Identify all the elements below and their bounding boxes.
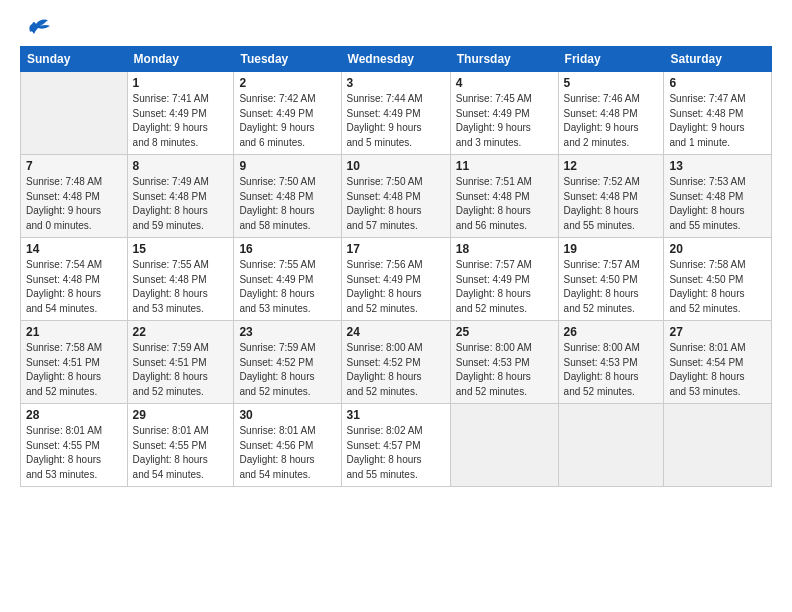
day-number: 14 — [26, 242, 122, 256]
day-info: Sunrise: 7:48 AM Sunset: 4:48 PM Dayligh… — [26, 175, 122, 233]
calendar-week-row: 1Sunrise: 7:41 AM Sunset: 4:49 PM Daylig… — [21, 72, 772, 155]
day-info: Sunrise: 7:59 AM Sunset: 4:52 PM Dayligh… — [239, 341, 335, 399]
calendar-cell: 6Sunrise: 7:47 AM Sunset: 4:48 PM Daylig… — [664, 72, 772, 155]
day-number: 27 — [669, 325, 766, 339]
day-info: Sunrise: 7:53 AM Sunset: 4:48 PM Dayligh… — [669, 175, 766, 233]
day-info: Sunrise: 7:49 AM Sunset: 4:48 PM Dayligh… — [133, 175, 229, 233]
day-number: 5 — [564, 76, 659, 90]
day-info: Sunrise: 7:44 AM Sunset: 4:49 PM Dayligh… — [347, 92, 445, 150]
day-number: 28 — [26, 408, 122, 422]
calendar-cell: 13Sunrise: 7:53 AM Sunset: 4:48 PM Dayli… — [664, 155, 772, 238]
calendar-cell: 20Sunrise: 7:58 AM Sunset: 4:50 PM Dayli… — [664, 238, 772, 321]
day-info: Sunrise: 7:51 AM Sunset: 4:48 PM Dayligh… — [456, 175, 553, 233]
col-tuesday: Tuesday — [234, 47, 341, 72]
day-info: Sunrise: 7:54 AM Sunset: 4:48 PM Dayligh… — [26, 258, 122, 316]
day-number: 20 — [669, 242, 766, 256]
calendar-cell — [664, 404, 772, 487]
day-number: 13 — [669, 159, 766, 173]
calendar-header-row: Sunday Monday Tuesday Wednesday Thursday… — [21, 47, 772, 72]
calendar-week-row: 14Sunrise: 7:54 AM Sunset: 4:48 PM Dayli… — [21, 238, 772, 321]
col-monday: Monday — [127, 47, 234, 72]
logo — [20, 16, 52, 34]
day-number: 18 — [456, 242, 553, 256]
day-info: Sunrise: 7:50 AM Sunset: 4:48 PM Dayligh… — [347, 175, 445, 233]
page: Sunday Monday Tuesday Wednesday Thursday… — [0, 0, 792, 612]
day-number: 21 — [26, 325, 122, 339]
day-info: Sunrise: 7:52 AM Sunset: 4:48 PM Dayligh… — [564, 175, 659, 233]
logo-bird-icon — [22, 16, 52, 38]
calendar-cell: 26Sunrise: 8:00 AM Sunset: 4:53 PM Dayli… — [558, 321, 664, 404]
day-number: 7 — [26, 159, 122, 173]
day-info: Sunrise: 7:50 AM Sunset: 4:48 PM Dayligh… — [239, 175, 335, 233]
day-info: Sunrise: 8:01 AM Sunset: 4:56 PM Dayligh… — [239, 424, 335, 482]
day-info: Sunrise: 7:46 AM Sunset: 4:48 PM Dayligh… — [564, 92, 659, 150]
day-number: 15 — [133, 242, 229, 256]
day-info: Sunrise: 7:45 AM Sunset: 4:49 PM Dayligh… — [456, 92, 553, 150]
day-info: Sunrise: 7:41 AM Sunset: 4:49 PM Dayligh… — [133, 92, 229, 150]
col-friday: Friday — [558, 47, 664, 72]
calendar-cell: 8Sunrise: 7:49 AM Sunset: 4:48 PM Daylig… — [127, 155, 234, 238]
calendar-cell: 25Sunrise: 8:00 AM Sunset: 4:53 PM Dayli… — [450, 321, 558, 404]
day-info: Sunrise: 8:01 AM Sunset: 4:55 PM Dayligh… — [26, 424, 122, 482]
calendar-cell: 17Sunrise: 7:56 AM Sunset: 4:49 PM Dayli… — [341, 238, 450, 321]
day-info: Sunrise: 8:02 AM Sunset: 4:57 PM Dayligh… — [347, 424, 445, 482]
calendar-cell: 11Sunrise: 7:51 AM Sunset: 4:48 PM Dayli… — [450, 155, 558, 238]
day-number: 31 — [347, 408, 445, 422]
day-number: 16 — [239, 242, 335, 256]
day-number: 29 — [133, 408, 229, 422]
day-number: 26 — [564, 325, 659, 339]
col-saturday: Saturday — [664, 47, 772, 72]
calendar-cell: 29Sunrise: 8:01 AM Sunset: 4:55 PM Dayli… — [127, 404, 234, 487]
day-number: 24 — [347, 325, 445, 339]
calendar-cell: 15Sunrise: 7:55 AM Sunset: 4:48 PM Dayli… — [127, 238, 234, 321]
calendar-cell: 2Sunrise: 7:42 AM Sunset: 4:49 PM Daylig… — [234, 72, 341, 155]
col-wednesday: Wednesday — [341, 47, 450, 72]
day-info: Sunrise: 7:58 AM Sunset: 4:50 PM Dayligh… — [669, 258, 766, 316]
calendar-cell: 7Sunrise: 7:48 AM Sunset: 4:48 PM Daylig… — [21, 155, 128, 238]
col-thursday: Thursday — [450, 47, 558, 72]
day-number: 3 — [347, 76, 445, 90]
calendar-cell: 23Sunrise: 7:59 AM Sunset: 4:52 PM Dayli… — [234, 321, 341, 404]
day-number: 23 — [239, 325, 335, 339]
day-number: 17 — [347, 242, 445, 256]
calendar-cell: 16Sunrise: 7:55 AM Sunset: 4:49 PM Dayli… — [234, 238, 341, 321]
day-info: Sunrise: 7:42 AM Sunset: 4:49 PM Dayligh… — [239, 92, 335, 150]
day-number: 22 — [133, 325, 229, 339]
day-number: 4 — [456, 76, 553, 90]
calendar-cell: 19Sunrise: 7:57 AM Sunset: 4:50 PM Dayli… — [558, 238, 664, 321]
calendar-cell: 9Sunrise: 7:50 AM Sunset: 4:48 PM Daylig… — [234, 155, 341, 238]
calendar-cell: 10Sunrise: 7:50 AM Sunset: 4:48 PM Dayli… — [341, 155, 450, 238]
day-info: Sunrise: 8:00 AM Sunset: 4:53 PM Dayligh… — [456, 341, 553, 399]
day-info: Sunrise: 8:01 AM Sunset: 4:55 PM Dayligh… — [133, 424, 229, 482]
day-number: 8 — [133, 159, 229, 173]
day-number: 11 — [456, 159, 553, 173]
calendar-cell — [21, 72, 128, 155]
day-number: 9 — [239, 159, 335, 173]
calendar-cell: 5Sunrise: 7:46 AM Sunset: 4:48 PM Daylig… — [558, 72, 664, 155]
calendar-cell: 21Sunrise: 7:58 AM Sunset: 4:51 PM Dayli… — [21, 321, 128, 404]
day-info: Sunrise: 8:00 AM Sunset: 4:52 PM Dayligh… — [347, 341, 445, 399]
day-info: Sunrise: 7:47 AM Sunset: 4:48 PM Dayligh… — [669, 92, 766, 150]
day-number: 6 — [669, 76, 766, 90]
calendar-cell: 14Sunrise: 7:54 AM Sunset: 4:48 PM Dayli… — [21, 238, 128, 321]
calendar-cell — [450, 404, 558, 487]
day-info: Sunrise: 7:58 AM Sunset: 4:51 PM Dayligh… — [26, 341, 122, 399]
calendar-week-row: 21Sunrise: 7:58 AM Sunset: 4:51 PM Dayli… — [21, 321, 772, 404]
day-number: 25 — [456, 325, 553, 339]
day-info: Sunrise: 7:57 AM Sunset: 4:50 PM Dayligh… — [564, 258, 659, 316]
calendar-cell: 12Sunrise: 7:52 AM Sunset: 4:48 PM Dayli… — [558, 155, 664, 238]
day-info: Sunrise: 7:55 AM Sunset: 4:49 PM Dayligh… — [239, 258, 335, 316]
day-info: Sunrise: 8:00 AM Sunset: 4:53 PM Dayligh… — [564, 341, 659, 399]
day-info: Sunrise: 7:57 AM Sunset: 4:49 PM Dayligh… — [456, 258, 553, 316]
calendar-cell: 24Sunrise: 8:00 AM Sunset: 4:52 PM Dayli… — [341, 321, 450, 404]
col-sunday: Sunday — [21, 47, 128, 72]
calendar-cell: 18Sunrise: 7:57 AM Sunset: 4:49 PM Dayli… — [450, 238, 558, 321]
calendar-week-row: 28Sunrise: 8:01 AM Sunset: 4:55 PM Dayli… — [21, 404, 772, 487]
calendar-cell: 30Sunrise: 8:01 AM Sunset: 4:56 PM Dayli… — [234, 404, 341, 487]
calendar-cell: 27Sunrise: 8:01 AM Sunset: 4:54 PM Dayli… — [664, 321, 772, 404]
day-info: Sunrise: 8:01 AM Sunset: 4:54 PM Dayligh… — [669, 341, 766, 399]
calendar-cell: 4Sunrise: 7:45 AM Sunset: 4:49 PM Daylig… — [450, 72, 558, 155]
day-number: 12 — [564, 159, 659, 173]
day-number: 10 — [347, 159, 445, 173]
calendar-week-row: 7Sunrise: 7:48 AM Sunset: 4:48 PM Daylig… — [21, 155, 772, 238]
